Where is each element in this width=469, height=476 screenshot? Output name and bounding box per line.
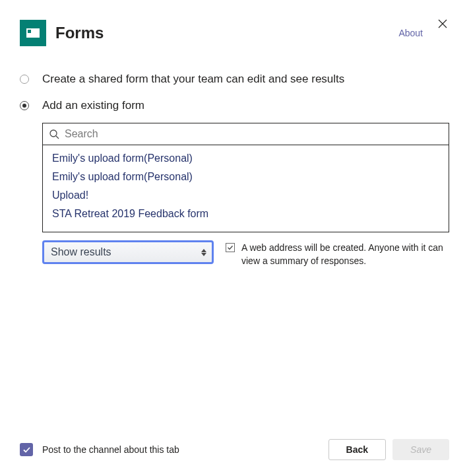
- options-row: Show results A web address will be creat…: [42, 240, 449, 267]
- forms-tab-dialog: Forms About Create a shared form that yo…: [0, 0, 469, 476]
- forms-app-icon: [20, 20, 46, 46]
- form-list-item[interactable]: Upload!: [43, 186, 449, 205]
- dialog-footer: Post to the channel about this tab Back …: [20, 426, 449, 460]
- form-list-item[interactable]: STA Retreat 2019 Feedback form: [43, 205, 449, 223]
- radio-label: Create a shared form that your team can …: [42, 73, 344, 86]
- svg-point-0: [50, 130, 57, 137]
- radio-create-shared-form[interactable]: Create a shared form that your team can …: [20, 73, 449, 86]
- form-results-list[interactable]: Emily's upload form(Personal) Emily's up…: [42, 145, 449, 232]
- web-address-checkbox[interactable]: [226, 243, 235, 252]
- post-to-channel-checkbox[interactable]: [20, 443, 33, 456]
- search-icon: [49, 129, 59, 139]
- radio-icon: [20, 75, 29, 84]
- save-button[interactable]: Save: [392, 439, 449, 460]
- dialog-header: Forms About: [20, 20, 449, 46]
- close-button[interactable]: [436, 17, 449, 30]
- form-list-item[interactable]: Emily's upload form(Personal): [43, 149, 449, 168]
- post-to-channel-label: Post to the channel about this tab: [42, 444, 322, 455]
- web-address-description: A web address will be created. Anyone wi…: [241, 242, 449, 267]
- about-link[interactable]: About: [398, 28, 423, 38]
- radio-icon: [20, 101, 29, 110]
- search-input[interactable]: [65, 128, 442, 140]
- close-icon: [438, 19, 447, 28]
- web-address-option: A web address will be created. Anyone wi…: [226, 242, 449, 267]
- check-icon: [22, 446, 31, 454]
- check-icon: [227, 244, 234, 251]
- form-list-item[interactable]: Emily's upload form(Personal): [43, 168, 449, 186]
- search-box[interactable]: [42, 123, 449, 145]
- radio-add-existing-form[interactable]: Add an existing form: [20, 99, 449, 112]
- back-button[interactable]: Back: [328, 439, 386, 460]
- dialog-title: Forms: [55, 24, 398, 42]
- select-arrows-icon: [201, 249, 206, 256]
- existing-form-section: Emily's upload form(Personal) Emily's up…: [42, 123, 449, 267]
- select-value: Show results: [51, 246, 111, 258]
- display-mode-select[interactable]: Show results: [42, 240, 214, 264]
- radio-label: Add an existing form: [42, 99, 144, 112]
